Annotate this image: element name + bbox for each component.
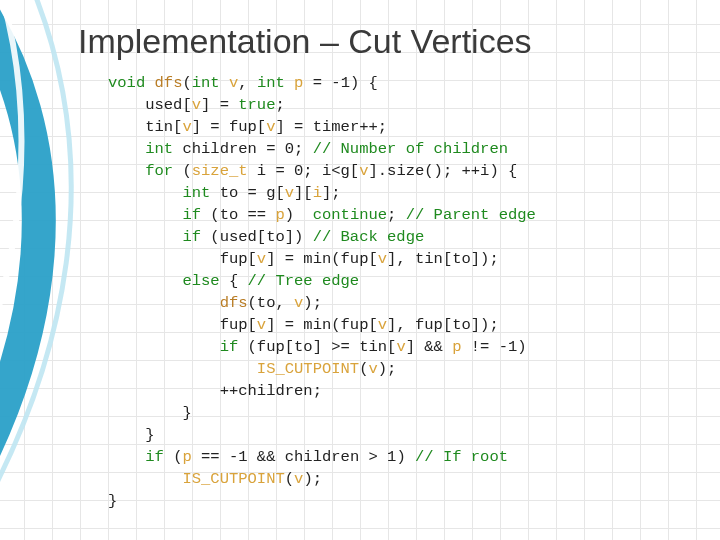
code-text: fup[ bbox=[220, 316, 257, 334]
code-text: ] = timer++; bbox=[275, 118, 387, 136]
code-text: ); bbox=[378, 360, 397, 378]
code-text: children = 0; bbox=[173, 140, 313, 158]
keyword-true: true bbox=[238, 96, 275, 114]
keyword-int: int bbox=[182, 184, 210, 202]
code-text: ][ bbox=[294, 184, 313, 202]
code-text: i = 0; i<g[ bbox=[248, 162, 360, 180]
code-text: (used[to]) bbox=[201, 228, 313, 246]
var-v: v bbox=[368, 360, 377, 378]
comment: // If root bbox=[415, 448, 508, 466]
code-text: ] = fup[ bbox=[192, 118, 266, 136]
code-text: } bbox=[145, 426, 154, 444]
var-p: p bbox=[452, 338, 461, 356]
keyword-if: if bbox=[182, 228, 201, 246]
code-text: ( bbox=[285, 470, 294, 488]
code-block: void dfs(int v, int p = -1) { used[v] = … bbox=[108, 72, 536, 512]
keyword-int: int bbox=[257, 74, 285, 92]
code-text: , bbox=[238, 74, 257, 92]
code-text: ].size(); ++i) { bbox=[368, 162, 517, 180]
var-v: v bbox=[257, 250, 266, 268]
slide-title: Implementation – Cut Vertices bbox=[78, 22, 532, 61]
var-v: v bbox=[396, 338, 405, 356]
code-text: = -1) { bbox=[303, 74, 377, 92]
code-text: ; bbox=[387, 206, 406, 224]
fn-dfs: dfs bbox=[155, 74, 183, 92]
code-text: ++children; bbox=[220, 382, 322, 400]
keyword-if: if bbox=[145, 448, 164, 466]
code-text: ); bbox=[303, 470, 322, 488]
code-text: ( bbox=[173, 162, 192, 180]
comment: // Number of children bbox=[313, 140, 508, 158]
macro-is-cutpoint: IS_CUTPOINT bbox=[257, 360, 359, 378]
code-text: != -1) bbox=[462, 338, 527, 356]
code-text: } bbox=[108, 492, 117, 510]
var-p: p bbox=[182, 448, 191, 466]
fn-dfs: dfs bbox=[220, 294, 248, 312]
type-size-t: size_t bbox=[192, 162, 248, 180]
code-text: ] = min(fup[ bbox=[266, 316, 378, 334]
comment: // Back edge bbox=[313, 228, 425, 246]
code-text: used[ bbox=[145, 96, 192, 114]
var-v: v bbox=[257, 316, 266, 334]
keyword-if: if bbox=[182, 206, 201, 224]
var-v: v bbox=[294, 294, 303, 312]
code-text: ], fup[to]); bbox=[387, 316, 499, 334]
var-v: v bbox=[285, 184, 294, 202]
keyword-for: for bbox=[145, 162, 173, 180]
var-v: v bbox=[294, 470, 303, 488]
var-v: v bbox=[378, 250, 387, 268]
keyword-else: else bbox=[182, 272, 219, 290]
code-text: } bbox=[182, 404, 191, 422]
comment: // Tree edge bbox=[248, 272, 360, 290]
code-text: (fup[to] >= tin[ bbox=[238, 338, 396, 356]
code-text: ], tin[to]); bbox=[387, 250, 499, 268]
code-text: (to, bbox=[248, 294, 295, 312]
var-v: v bbox=[192, 96, 201, 114]
code-text: { bbox=[220, 272, 248, 290]
code-text: ] = min(fup[ bbox=[266, 250, 378, 268]
var-v: v bbox=[229, 74, 238, 92]
keyword-int: int bbox=[192, 74, 220, 92]
code-text: ); bbox=[303, 294, 322, 312]
code-text: ) bbox=[285, 206, 313, 224]
var-v: v bbox=[378, 316, 387, 334]
code-text: ( bbox=[164, 448, 183, 466]
code-text: (to == bbox=[201, 206, 275, 224]
var-p: p bbox=[275, 206, 284, 224]
var-i: i bbox=[313, 184, 322, 202]
keyword-int: int bbox=[145, 140, 173, 158]
code-text: ] = bbox=[201, 96, 238, 114]
code-text: ] && bbox=[406, 338, 453, 356]
code-text: tin[ bbox=[145, 118, 182, 136]
code-text: ]; bbox=[322, 184, 341, 202]
code-text: to = g[ bbox=[210, 184, 284, 202]
keyword-continue: continue bbox=[313, 206, 387, 224]
macro-is-cutpoint: IS_CUTPOINT bbox=[182, 470, 284, 488]
code-text: == -1 && children > 1) bbox=[192, 448, 415, 466]
keyword-void: void bbox=[108, 74, 145, 92]
code-text: fup[ bbox=[220, 250, 257, 268]
code-text: ; bbox=[275, 96, 284, 114]
keyword-if: if bbox=[220, 338, 239, 356]
var-v: v bbox=[182, 118, 191, 136]
comment: // Parent edge bbox=[406, 206, 536, 224]
